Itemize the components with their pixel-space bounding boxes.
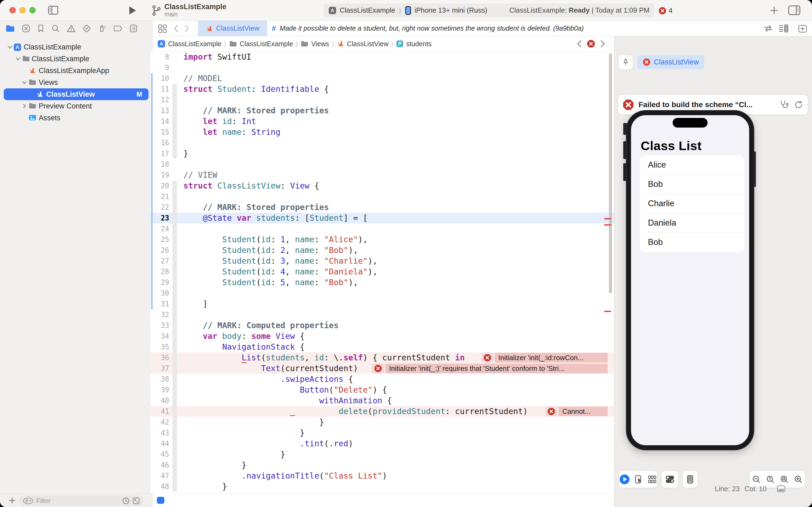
error-count-badge[interactable]: 4 [658, 6, 673, 15]
source-control-navigator-icon[interactable] [22, 24, 31, 33]
code-line-23[interactable]: 23 @State var students: [Student] = [ [151, 213, 614, 223]
split-editor-plus-icon[interactable] [798, 24, 807, 33]
code-line-15[interactable]: 15 let name: String [151, 127, 614, 137]
code-line-27[interactable]: 27 Student(id: 3, name: "Charlie"), [151, 256, 614, 266]
code-line-45[interactable]: 45 } [151, 449, 614, 460]
sidebar-item-assets[interactable]: Assets [0, 112, 152, 124]
sidebar-toggle-icon[interactable] [48, 5, 59, 15]
breakpoints-navigator-icon[interactable] [114, 25, 123, 32]
variants-mode-button[interactable] [648, 475, 657, 484]
preview-list[interactable]: AliceBobCharlieDanielaBob [640, 155, 745, 252]
swap-editors-icon[interactable] [763, 24, 773, 33]
back-chevron-icon[interactable] [173, 24, 180, 33]
code-fold-ribbon[interactable] [172, 342, 177, 352]
forward-chevron-icon[interactable] [183, 24, 190, 33]
code-fold-ribbon[interactable] [172, 234, 177, 245]
code-line-47[interactable]: 47 .navigationTitle("Class List") [151, 470, 614, 481]
code-fold-ribbon[interactable] [172, 395, 177, 406]
code-line-8[interactable]: 8import SwiftUI [151, 52, 614, 62]
minimize-button[interactable] [19, 7, 26, 13]
code-line-43[interactable]: 43 } [151, 428, 614, 438]
run-button[interactable] [128, 6, 136, 15]
code-fold-ribbon[interactable] [172, 191, 177, 202]
chevron-down-icon[interactable] [15, 56, 21, 62]
inline-error-annotation[interactable]: Initializer 'init(_:id:rowCon... [481, 353, 607, 362]
code-line-29[interactable]: 29 Student(id: 5, name: "Bob"), [151, 277, 614, 288]
code-line-25[interactable]: 25 Student(id: 1, name: "Alice"), [151, 234, 614, 245]
selectable-mode-button[interactable] [634, 475, 643, 484]
code-fold-ribbon[interactable] [172, 428, 177, 438]
tab-classlistview[interactable]: ClassListView [198, 21, 267, 36]
device-settings-button[interactable] [661, 471, 679, 488]
related-items-icon[interactable] [158, 24, 167, 33]
code-line-18[interactable]: 18 [151, 159, 614, 170]
breadcrumb-item[interactable]: Views [311, 40, 329, 48]
scheme-status-bar[interactable]: A ClassListExample 〉 iPhone 13+ mini (Ru… [324, 3, 654, 17]
issues-navigator-icon[interactable] [67, 24, 76, 33]
chevron-down-icon[interactable] [7, 44, 13, 50]
code-fold-ribbon[interactable] [172, 417, 177, 428]
scheme-device-label[interactable]: iPhone 13+ mini (Russ) [415, 6, 487, 14]
error-icon[interactable] [481, 353, 494, 362]
code-line-44[interactable]: 44 .tint(.red) [151, 438, 614, 449]
reports-navigator-icon[interactable] [129, 24, 137, 33]
code-line-33[interactable]: 33 // MARK: Computed properties [151, 320, 614, 331]
minimap-icon[interactable] [778, 24, 789, 33]
zoom-out-icon[interactable] [752, 475, 761, 484]
current-issue-icon[interactable] [587, 40, 595, 48]
editor-options-button[interactable] [157, 497, 164, 504]
code-line-39[interactable]: 39 Button("Delete") { [151, 385, 614, 395]
scm-status-filter-icon[interactable] [132, 497, 140, 505]
student-list-row[interactable]: Alice [640, 155, 745, 175]
close-button[interactable] [9, 7, 16, 13]
code-fold-ribbon[interactable] [172, 256, 177, 266]
recents-clock-icon[interactable] [122, 497, 130, 505]
code-fold-ribbon[interactable] [172, 105, 177, 116]
error-icon[interactable] [372, 363, 384, 373]
sidebar-item-classlistexample[interactable]: AClassListExample [0, 41, 152, 53]
chevron-right-icon[interactable] [21, 103, 27, 109]
code-fold-ribbon[interactable] [172, 481, 177, 492]
inline-error-annotation[interactable]: Cannot... [545, 406, 607, 416]
code-fold-ribbon[interactable] [172, 374, 177, 385]
code-fold-ribbon[interactable] [172, 438, 177, 449]
code-fold-ribbon[interactable] [172, 406, 177, 417]
code-line-35[interactable]: 35 NavigationStack { [151, 342, 614, 352]
code-line-19[interactable]: 19// VIEW [151, 170, 614, 180]
code-fold-ribbon[interactable] [172, 331, 177, 342]
project-navigator-icon[interactable] [5, 24, 15, 33]
error-icon[interactable] [545, 406, 558, 416]
debug-navigator-icon[interactable] [98, 24, 107, 33]
code-line-14[interactable]: 14 let id: Int [151, 116, 614, 127]
source-editor[interactable]: 8import SwiftUI910// MODEL11struct Stude… [151, 52, 614, 494]
code-fold-ribbon[interactable] [172, 245, 177, 256]
code-fold-ribbon[interactable] [172, 266, 177, 277]
code-line-24[interactable]: 24 [151, 223, 614, 234]
code-line-41[interactable]: 41 _ delete(providedStudent: currentStud… [151, 406, 614, 417]
bookmarks-navigator-icon[interactable] [37, 24, 45, 33]
filter-input[interactable]: Filter [19, 496, 143, 506]
chevron-down-icon[interactable] [21, 79, 27, 86]
student-list-row[interactable]: Daniela [640, 213, 745, 233]
add-file-plus-icon[interactable] [8, 497, 16, 505]
code-line-34[interactable]: 34 var body: some View { [151, 331, 614, 342]
code-line-17[interactable]: 17} [151, 148, 614, 159]
code-fold-ribbon[interactable] [172, 363, 177, 374]
next-issue-icon[interactable] [599, 40, 606, 48]
code-line-13[interactable]: 13 // MARK: Stored properties [151, 105, 614, 116]
breadcrumb-item[interactable]: students [406, 40, 432, 48]
editor-scrollbar[interactable] [609, 53, 612, 293]
code-fold-ribbon[interactable] [172, 148, 177, 159]
code-line-9[interactable]: 9 [151, 62, 614, 73]
code-fold-ribbon[interactable] [172, 385, 177, 395]
code-line-12[interactable]: 12 [151, 95, 614, 105]
code-line-30[interactable]: 30 [151, 288, 614, 299]
code-line-26[interactable]: 26 Student(id: 2, name: "Bob"), [151, 245, 614, 256]
code-line-28[interactable]: 28 Student(id: 4, name: "Daniela"), [151, 266, 614, 277]
commit-annotation[interactable]: # Made it possible to delete a student, … [272, 21, 584, 36]
add-editor-plus-icon[interactable] [769, 6, 779, 15]
code-line-21[interactable]: 21 [151, 191, 614, 202]
zoom-fit-icon[interactable] [780, 475, 789, 484]
student-list-row[interactable]: Bob [640, 233, 745, 252]
code-fold-ribbon[interactable] [172, 84, 177, 95]
